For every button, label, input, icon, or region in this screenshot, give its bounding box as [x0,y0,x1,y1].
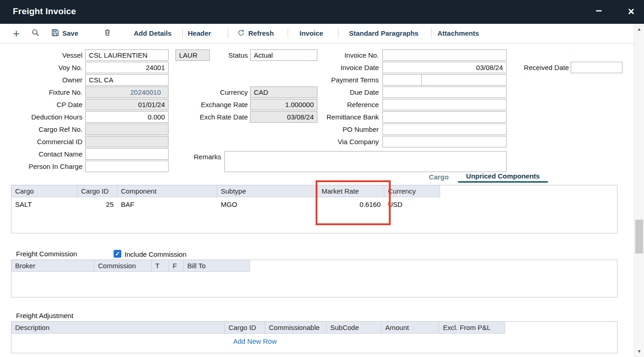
remarks-label: Remarks [151,151,221,163]
vertical-scrollbar[interactable]: ▲ ▼ [634,24,644,357]
payment-terms-input[interactable] [421,74,507,86]
invoice-no-label: Invoice No. [293,49,379,61]
reference-input[interactable] [382,99,507,110]
remarks-textarea[interactable] [224,151,507,172]
invoice-button[interactable]: Invoice [300,24,323,43]
delete-button[interactable] [104,24,111,43]
freight-commission-table: Broker Commission T F Bill To [11,260,617,298]
column-header-bill-to[interactable]: Bill To [184,260,250,272]
column-header-t[interactable]: T [152,260,169,272]
po-number-input[interactable] [382,124,507,135]
received-date-input[interactable] [571,62,622,73]
save-button[interactable]: Save [51,24,78,43]
column-header-amount[interactable]: Amount [382,322,439,334]
close-button[interactable]: ✕ [628,6,635,17]
add-new-row-link[interactable]: Add New Row [233,337,277,345]
invoice-no-input[interactable] [382,49,507,61]
fixture-no-input [85,87,169,98]
contact-name-label: Contact Name [5,148,82,160]
payment-terms-label: Payment Terms [293,74,379,86]
unpriced-components-header-row: Cargo Cargo ID Component Subtype Market … [11,185,617,197]
window-title: Freight Invoice [13,6,76,16]
new-button[interactable]: + [13,24,20,43]
attachments-label: Attachments [437,29,479,37]
column-header-excl-from-pl[interactable]: Excl. From P&L [439,322,505,334]
scroll-down-arrow[interactable]: ▼ [634,347,644,356]
freight-adjustment-table: Description Cargo ID Commissionable SubC… [11,321,617,353]
scroll-up-arrow[interactable]: ▲ [634,25,644,34]
column-header-component[interactable]: Component [117,185,217,197]
column-header-cargo-id[interactable]: Cargo ID [77,185,117,197]
exchange-rate-label: Exchange Rate [179,99,248,111]
cell-component: BAF [117,197,217,211]
column-header-market-rate[interactable]: Market Rate [318,185,384,197]
cell-subtype: MGO [217,197,318,211]
minimize-icon: – [596,4,602,16]
save-icon [51,29,59,38]
remittance-bank-input[interactable] [382,111,507,123]
cell-cargo-id: 25 [77,197,117,211]
cp-date-label: CP Date [5,99,82,111]
include-commission-checkbox[interactable]: ✓ [114,250,121,258]
cell-market-rate: 0.6160 [318,197,384,211]
tab-cargo[interactable]: Cargo [425,172,453,184]
invoice-date-label: Invoice Date [293,62,379,74]
column-header-description[interactable]: Description [11,322,225,334]
payment-terms-code-input[interactable] [382,74,422,86]
close-icon: ✕ [628,7,635,16]
remittance-bank-label: Remittance Bank [293,111,379,123]
via-company-input[interactable] [382,136,507,147]
column-header-f[interactable]: F [169,260,184,272]
owner-label: Owner [5,74,82,86]
freight-commission-header-row: Broker Commission T F Bill To [11,260,617,272]
freight-adjustment-title: Freight Adjustment [16,312,73,319]
voy-no-input[interactable] [85,62,169,73]
vessel-input[interactable] [85,49,169,61]
save-label: Save [62,29,78,37]
header-button[interactable]: Header [188,24,211,43]
cell-currency: USD [384,197,440,211]
add-details-button[interactable]: Add Details [134,24,172,43]
deduction-hours-input[interactable] [85,111,169,123]
invoice-label: Invoice [300,29,323,37]
column-header-commissionable[interactable]: Commissionable [265,322,327,334]
standard-paragraphs-button[interactable]: Standard Paragraphs [349,24,419,43]
toolbar-divider [182,28,183,38]
column-header-cargo[interactable]: Cargo [11,185,77,197]
refresh-button[interactable]: Refresh [237,24,274,43]
refresh-label: Refresh [248,29,274,37]
due-date-label: Due Date [293,87,379,98]
toolbar: + Save Add Details Header Refresh Invoic… [0,24,634,43]
trash-icon [104,28,111,38]
column-header-currency[interactable]: Currency [384,185,440,197]
search-button[interactable] [31,24,40,43]
voy-no-label: Voy No. [5,62,82,74]
table-row[interactable]: SALT 25 BAF MGO 0.6160 USD [11,197,617,211]
toolbar-divider [338,28,338,38]
currency-label: Currency [179,87,248,98]
invoice-date-input[interactable] [382,62,507,73]
header-filler [505,322,617,334]
column-header-broker[interactable]: Broker [11,260,94,272]
plus-icon: + [13,25,20,42]
header-filler [440,185,617,197]
column-header-cargo-id[interactable]: Cargo ID [225,322,265,334]
attachments-button[interactable]: Attachments [437,24,479,43]
minimize-button[interactable]: – [596,4,602,16]
cp-date-input [85,99,169,110]
column-header-subcode[interactable]: SubCode [327,322,382,334]
commercial-id-label: Commercial ID [5,136,82,148]
due-date-input[interactable] [382,87,507,98]
owner-input[interactable] [85,74,169,86]
column-header-commission[interactable]: Commission [94,260,152,272]
po-number-label: PO Number [293,124,379,135]
cargo-ref-no-label: Cargo Ref No. [5,124,82,135]
deduction-hours-label: Deduction Hours [5,111,82,123]
column-header-subtype[interactable]: Subtype [217,185,318,197]
refresh-icon [237,29,245,38]
header-filler [250,260,617,272]
tab-unpriced-components[interactable]: Unpriced Components [458,171,548,183]
fixture-no-label: Fixture No. [5,87,82,98]
header-label: Header [188,29,211,37]
scrollbar-thumb[interactable] [635,220,643,254]
